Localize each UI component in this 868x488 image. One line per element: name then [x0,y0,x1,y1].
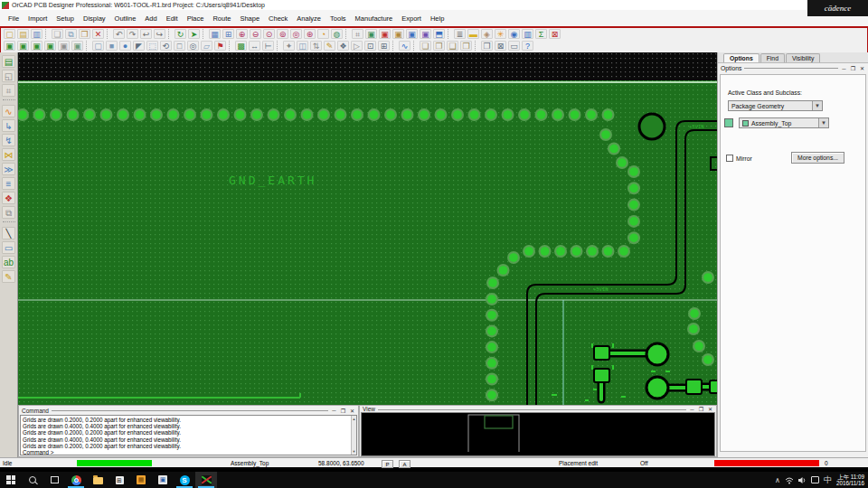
menu-help[interactable]: Help [426,13,448,24]
menu-route[interactable]: Route [208,13,235,24]
ruler-icon[interactable]: ▬ [467,29,479,39]
zoom-points-icon[interactable]: ⊛ [304,29,316,39]
shape-icon[interactable]: ▭ [2,241,15,254]
dart-icon[interactable]: ➤ [188,29,200,39]
pencil-icon[interactable]: ✎ [2,270,15,283]
dimension-icon[interactable]: ▤ [2,55,15,68]
command-float-button[interactable]: ❐ [340,408,346,414]
circle-icon[interactable]: ● [119,41,131,51]
export-window-icon[interactable]: ❐ [481,41,493,51]
h-extent-icon[interactable]: ⊢ [262,41,274,51]
taskbar-chrome[interactable] [65,472,87,488]
frame-icon[interactable]: ▭ [508,41,520,51]
volume-icon[interactable] [798,476,807,484]
menu-display[interactable]: Display [79,13,110,24]
edit-icon[interactable]: ✎ [324,41,335,51]
zoom-in-icon[interactable]: ⊕ [236,29,248,39]
zoom-out-icon[interactable]: ⊖ [250,29,261,39]
h-spacing-icon[interactable]: ↔ [249,41,260,51]
slide-icon[interactable]: ↳ [2,119,15,132]
world-view-icon[interactable]: ◔ [317,29,329,39]
grid-window2-icon[interactable]: ⊞ [222,29,234,39]
menu-outline[interactable]: Outline [110,13,141,24]
waveform-icon[interactable]: ∿ [399,41,410,51]
layer-pair-icon[interactable]: ⬒ [433,29,445,39]
subclass5-icon[interactable]: ▣ [58,41,70,51]
board-icon[interactable]: ▩ [235,41,247,51]
orb-icon[interactable]: ◉ [508,29,520,39]
wifi-icon[interactable] [785,476,794,484]
measure-icon[interactable]: ⌗ [2,84,15,97]
taskbar-skype[interactable]: S [174,472,195,488]
flow-icon[interactable]: ⇅ [310,41,322,51]
tab-visibility[interactable]: Visibility [786,53,820,62]
vertex-icon[interactable]: ≫ [2,163,15,175]
subclass6-icon[interactable]: ▣ [71,41,83,51]
menu-place[interactable]: Place [183,13,209,24]
clipboard3-icon[interactable]: ❑ [447,41,458,51]
menu-setup[interactable]: Setup [52,13,79,24]
command-close-button[interactable]: ✕ [349,408,355,414]
menu-export[interactable]: Export [397,13,426,24]
pcb-canvas[interactable]: GND_EARTH +5VIN+5VIN [18,52,717,405]
view-minimap[interactable] [361,412,715,456]
swap-icon[interactable]: ◫ [297,41,308,51]
ime-panel-icon[interactable] [811,476,819,483]
subclass2-icon[interactable]: ▣ [17,41,29,51]
command-log[interactable]: Grids are drawn 0.2000, 0.2000 apart for… [20,415,357,455]
color2-icon[interactable]: ▣ [379,29,391,39]
screen-capture-icon[interactable]: ⊠ [549,29,561,39]
tray-expand-chevron-icon[interactable]: ∧ [775,476,780,484]
taskbar-store[interactable]: ⊞ [108,472,130,488]
view-close-button[interactable]: ✕ [707,406,713,412]
open-icon[interactable]: ▤ [17,29,29,39]
mirror-checkbox[interactable]: Mirror [726,155,752,162]
paste-icon[interactable]: ❐ [79,29,90,39]
command-scrollbar[interactable]: ▲▼ [351,416,356,455]
zoom-previous-icon[interactable]: ◎ [290,29,302,39]
mirror-checkbox-box[interactable] [726,155,733,162]
taskbar-file-explorer[interactable] [87,472,108,488]
new-icon[interactable]: ▢ [4,29,15,39]
options-minimize-button[interactable]: ─ [841,66,847,71]
more-options-button[interactable]: More options... [791,152,844,164]
label-icon[interactable]: ◈ [481,29,493,39]
stackup-icon[interactable]: ≣ [454,29,466,39]
menu-file[interactable]: File [4,13,24,24]
color4-icon[interactable]: ▣ [406,29,418,39]
text-icon[interactable]: ab [2,256,15,268]
property-icon[interactable]: ⊡ [364,41,376,51]
view-minimize-button[interactable]: ─ [689,407,695,412]
delete-icon[interactable]: ✕ [92,29,104,39]
tab-options[interactable]: Options [723,53,760,62]
menu-check[interactable]: Check [264,13,292,24]
ring-icon[interactable]: ◎ [187,41,199,51]
color1-icon[interactable]: ▣ [365,29,377,39]
update-icon[interactable]: ↻ [175,29,186,39]
grid-toggle-icon[interactable]: ⌗ [352,29,363,39]
task-view-button[interactable] [43,472,65,488]
align-icon[interactable]: ❖ [2,192,15,204]
options-close-button[interactable]: ✕ [859,65,865,71]
print-icon[interactable]: ❏ [52,29,63,39]
subclass1-icon[interactable]: ▣ [4,41,15,51]
clipboard1-icon[interactable]: ❏ [420,41,431,51]
forward-icon[interactable]: ↪ [154,29,165,39]
command-minimize-button[interactable]: ─ [331,408,337,413]
line-icon[interactable]: ╲ [2,227,15,239]
subclass3-icon[interactable]: ▣ [31,41,42,51]
play-icon[interactable]: ▷ [351,41,363,51]
zoom-selection-icon[interactable]: ⊚ [277,29,288,39]
menu-import[interactable]: Import [24,13,52,24]
taskbar-search-button[interactable] [22,472,43,488]
square-icon[interactable]: □ [174,41,185,51]
layers-icon[interactable]: ⧉ [2,206,15,219]
view-float-button[interactable]: ❐ [698,406,704,412]
menu-shape[interactable]: Shape [235,13,264,24]
taskbar-designer-app[interactable]: ▣ [152,472,174,488]
tab-find[interactable]: Find [760,53,785,62]
start-button[interactable] [0,472,22,488]
glue-icon[interactable]: ❖ [337,41,349,51]
flag-icon[interactable]: ⚑ [214,41,226,51]
class-select-arrow-icon[interactable]: ▼ [812,101,822,110]
